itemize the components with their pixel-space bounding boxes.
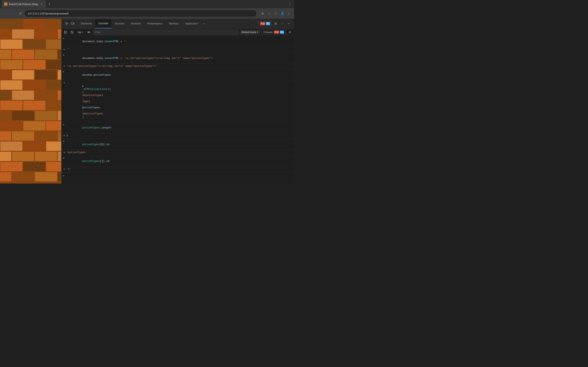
console-input-text: window.potionTypes (66, 70, 292, 80)
input-arrow-icon: ▶ (61, 140, 66, 142)
devtools-settings-icon[interactable]: ⚙ (273, 21, 278, 26)
output-arrow-icon: ◀ (61, 150, 66, 154)
console-line: ▶ window.potionTypes (61, 69, 294, 80)
reload-button[interactable]: ↺ (17, 11, 23, 16)
console-error-badge: ✕ 2 (274, 31, 279, 34)
issues-badge[interactable]: ✕ 2 ℹ 1 (258, 21, 272, 26)
console-line: ▶ document.body.innerHTML = '' (61, 36, 294, 47)
bookmark-icon[interactable]: ☆ (266, 11, 272, 16)
input-arrow-icon: ▶ (61, 36, 66, 40)
output-arrow-icon: ◀ (61, 48, 66, 50)
console-input-text: potionTypes[1].id (66, 156, 292, 166)
devtools-left-icons (62, 21, 78, 26)
tab-search-icon[interactable]: ⋮ (287, 2, 292, 7)
tab-elements[interactable]: Elements (78, 19, 95, 28)
address-bar: ← → ↺ ⊕ ☆ □ 👤 ⋮ (0, 8, 294, 19)
svg-rect-1 (74, 23, 74, 24)
output-arrow-icon: ◀ (61, 167, 66, 170)
input-arrow-icon: ▶ (61, 123, 66, 126)
live-expressions-icon[interactable] (86, 30, 91, 35)
svg-point-5 (290, 32, 291, 33)
prompt-arrow-icon: ▶ (61, 174, 66, 177)
devtools-tabs: Elements Console Sources Network Perform… (78, 19, 257, 28)
profile-icon[interactable]: □ (273, 11, 278, 16)
info-icon: ℹ (267, 22, 268, 25)
console-filter-input[interactable] (93, 30, 238, 35)
console-input-text: document.body.innerHTML = `<a id="potion… (66, 53, 292, 63)
console-output-text: '' (66, 48, 292, 51)
tab-console[interactable]: Console (95, 19, 112, 28)
console-error-icon: ✕ (275, 31, 277, 33)
levels-label: Default levels (242, 31, 256, 34)
levels-dropdown-icon: ▾ (257, 31, 258, 33)
console-line: ◀ ▶ HTMLCollection(2) [ a#potionTypes , … (61, 80, 294, 122)
devtools-toolbar: Elements Console Sources Network Perform… (61, 19, 294, 29)
forward-button[interactable]: → (10, 11, 16, 16)
cast-icon[interactable]: ⊕ (260, 11, 265, 16)
clear-console-icon[interactable] (70, 30, 75, 35)
address-input[interactable] (25, 10, 256, 17)
context-selector[interactable]: top ▾ (76, 30, 85, 34)
brick-background (0, 19, 61, 184)
output-arrow-icon: ◀ (61, 64, 66, 67)
console-input-text: potionTypes.length (66, 123, 292, 132)
back-button[interactable]: ← (2, 11, 8, 16)
console-output: ▶ document.body.innerHTML = '' ◀ '' ▶ do… (61, 36, 294, 184)
tab-performance[interactable]: Performance (144, 19, 165, 28)
browser-chrome: 🧪 BatchCraft Potions Shop × + ⋮ ← → ↺ ⊕ … (0, 0, 294, 19)
devtools-panel: Elements Console Sources Network Perform… (61, 19, 294, 184)
error-count: 2 (263, 22, 264, 25)
context-value: top (78, 31, 81, 34)
page-content (0, 19, 61, 184)
device-toolbar-icon[interactable] (70, 21, 76, 26)
tab-bar: 🧪 BatchCraft Potions Shop × + ⋮ (0, 0, 294, 8)
tab-sources[interactable]: Sources (112, 19, 128, 28)
console-info-badge: ℹ 1 (280, 31, 284, 34)
console-error-count: 2 (277, 31, 278, 33)
info-badge: ℹ 1 (266, 22, 270, 25)
console-line: ▶ potionTypes[1].id (61, 156, 294, 167)
console-output-text: 'potionTypes' (66, 150, 292, 154)
svg-point-4 (88, 32, 89, 33)
error-badge: ✕ 2 (260, 22, 265, 25)
output-arrow-icon: ◀ (61, 134, 66, 137)
devtools-right-icons: ✕ 2 ℹ 1 ⚙ ⋮ × (257, 21, 293, 26)
issues-text: 3 Issues: (263, 31, 273, 34)
console-issues-count[interactable]: 3 Issues: ✕ 2 ℹ 1 (261, 30, 286, 34)
tab-title: BatchCraft Potions Shop (9, 3, 38, 6)
tab-memory[interactable]: Memory (166, 19, 182, 28)
more-options-icon[interactable]: ⋮ (286, 11, 292, 16)
active-tab[interactable]: 🧪 BatchCraft Potions Shop × (2, 0, 46, 8)
inspect-element-icon[interactable] (64, 21, 70, 26)
console-line: ◀ '' (61, 47, 294, 53)
console-info-icon: ℹ (281, 31, 282, 33)
execute-script-icon[interactable] (63, 30, 68, 35)
devtools-more-icon[interactable]: ⋮ (279, 21, 285, 26)
console-line: ◀ '1' (61, 167, 294, 172)
log-levels-selector[interactable]: Default levels ▾ (240, 30, 260, 34)
console-settings-icon[interactable] (287, 30, 292, 35)
more-tabs-button[interactable]: » (201, 19, 206, 28)
tab-application[interactable]: Application (182, 19, 201, 28)
toolbar-icons: ⊕ ☆ □ 👤 ⋮ (260, 11, 292, 16)
console-output-text: '1' (66, 167, 292, 171)
console-repl-input[interactable] (66, 174, 292, 177)
info-count: 1 (268, 22, 269, 25)
svg-rect-0 (71, 23, 73, 24)
tab-favicon: 🧪 (4, 2, 7, 6)
console-toolbar: top ▾ Default levels ▾ 3 Issues: ✕ 2 (61, 29, 294, 36)
tab-close-button[interactable]: × (40, 2, 43, 6)
devtools-close-icon[interactable]: × (286, 21, 292, 26)
console-line: ▶ potionTypes.length (61, 122, 294, 133)
input-arrow-icon: ▶ (61, 70, 66, 73)
account-icon[interactable]: 👤 (279, 11, 285, 16)
tab-end-controls: ⋮ (287, 2, 292, 7)
console-line: ◀ 'potionTypes' (61, 150, 294, 156)
console-info-count: 1 (282, 31, 283, 33)
console-line: ▶ potionTypes[0].id (61, 139, 294, 150)
console-input-text: potionTypes[0].id (66, 140, 292, 149)
tab-network[interactable]: Network (128, 19, 144, 28)
console-input-text: document.body.innerHTML = '' (66, 36, 292, 46)
new-tab-button[interactable]: + (47, 1, 52, 7)
error-icon: ✕ (261, 22, 263, 25)
